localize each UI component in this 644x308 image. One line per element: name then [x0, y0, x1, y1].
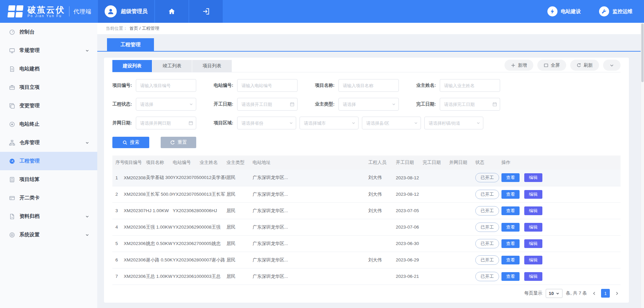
- doc-icon: [9, 66, 15, 72]
- date-field[interactable]: [237, 98, 298, 111]
- vertical-scrollbar[interactable]: [641, 23, 644, 308]
- text-field[interactable]: [136, 79, 196, 92]
- station-no: YX2023061000003: [173, 274, 212, 279]
- cell-station-owner: YX2023062800006HJ: [173, 202, 226, 219]
- table-row[interactable]: 6 XM2023062800... 谢小路 0.50KW YX202306280…: [112, 252, 621, 268]
- per-page-label: 每页显示: [524, 290, 542, 296]
- region-select[interactable]: [237, 117, 296, 129]
- topnav-bolt[interactable]: 电站建设: [547, 6, 581, 16]
- sidebar-item-doc[interactable]: 电站建档: [0, 60, 97, 78]
- edit-button[interactable]: 编辑: [524, 206, 542, 215]
- reset-button[interactable]: 重置: [161, 137, 196, 148]
- edit-button[interactable]: 编辑: [524, 239, 542, 248]
- sidebar-item-briefcase[interactable]: 项目立项: [0, 78, 97, 97]
- cell-owner-type: 居民: [226, 235, 253, 252]
- column-header: 完工日期: [423, 156, 449, 170]
- edit-button[interactable]: 编辑: [524, 223, 542, 232]
- sidebar-item-warehouse[interactable]: 仓库管理: [0, 133, 97, 152]
- user-menu[interactable]: 超级管理员: [98, 0, 154, 23]
- avatar: [105, 5, 117, 17]
- view-button[interactable]: 查看: [501, 190, 520, 199]
- edit-button[interactable]: 编辑: [524, 256, 542, 264]
- sidebar-item-console[interactable]: 控制台: [0, 23, 97, 41]
- page-number[interactable]: 1: [601, 289, 610, 298]
- edit-button[interactable]: 编辑: [524, 272, 542, 281]
- table-row[interactable]: 1 XM2023081200... 美学基础 300.00... YX20230…: [112, 170, 621, 186]
- cell-finish-date: [423, 252, 449, 268]
- date-field[interactable]: [136, 117, 196, 129]
- text-field[interactable]: [237, 79, 298, 92]
- cell-index: 6: [112, 252, 124, 268]
- table-row[interactable]: 4 XM2023062900... 王强 1.00KW YX2023062900…: [112, 219, 621, 235]
- table-row[interactable]: 7 XM2023062100... 王总 1.00KW YX2023061000…: [112, 268, 621, 285]
- column-header: 序号: [112, 156, 124, 170]
- sidebar-item-settings[interactable]: 系统设置: [0, 226, 97, 244]
- cell-address: 广东深圳龙华区...: [253, 268, 368, 285]
- filter-label: 项目名称:: [315, 82, 338, 88]
- chevron-down-icon: [85, 233, 89, 237]
- table-row[interactable]: 5 XM2023063000... 姚忠 0.50KW YX2023062700…: [112, 235, 621, 252]
- select-field[interactable]: [338, 98, 399, 111]
- logout-button[interactable]: [189, 0, 223, 23]
- user-icon: [107, 8, 114, 15]
- tab-0[interactable]: 建设列表: [112, 60, 152, 72]
- brand-logo-icon: [7, 5, 24, 17]
- sidebar-item-stop[interactable]: 电站终止: [0, 115, 97, 133]
- edit-button[interactable]: 编辑: [524, 190, 542, 199]
- region-select[interactable]: [424, 117, 483, 129]
- view-button[interactable]: 查看: [501, 239, 520, 248]
- sidebar-item-card[interactable]: 开二类卡: [0, 189, 97, 207]
- cell-start-date: 2023-07-05: [396, 202, 423, 219]
- column-header: 并网日期: [449, 156, 475, 170]
- add-button[interactable]: 新增: [504, 60, 533, 71]
- date-field[interactable]: [440, 98, 500, 111]
- owner-name: 王总: [212, 274, 221, 279]
- view-button[interactable]: 查看: [501, 206, 520, 215]
- scrollbar-thumb[interactable]: [641, 23, 644, 82]
- fullscreen-button[interactable]: 全屏: [537, 60, 566, 71]
- sidebar-item-copy[interactable]: 变更管理: [0, 97, 97, 115]
- table-row[interactable]: 3 XM2023070500... HJ 1.00KW YX2023062800…: [112, 202, 621, 219]
- column-header: 电站编号: [173, 156, 200, 170]
- sidebar-item-archive[interactable]: 资料归档: [0, 207, 97, 226]
- search-icon: [122, 140, 127, 145]
- filter-label: 开工日期:: [214, 101, 237, 107]
- sidebar-item-engineering[interactable]: 工程管理: [0, 152, 97, 170]
- tab-1[interactable]: 竣工列表: [152, 60, 192, 72]
- list-tabs: 建设列表竣工列表项目列表: [112, 60, 232, 72]
- cell-project-name: 王强 1.00KW: [146, 219, 173, 235]
- region-select[interactable]: [300, 117, 359, 129]
- search-button[interactable]: 搜索: [112, 137, 149, 148]
- breadcrumb: 当前位置： 首页 / 工程管理: [97, 23, 644, 34]
- home-button[interactable]: [155, 0, 189, 23]
- text-field[interactable]: [338, 79, 399, 92]
- cell-owner-type: 居民: [226, 202, 253, 219]
- view-button[interactable]: 查看: [501, 256, 520, 264]
- column-header: 业主姓名: [200, 156, 226, 170]
- sidebar-item-calculator[interactable]: 项目结算: [0, 170, 97, 189]
- briefcase-icon: [9, 84, 15, 90]
- sidebar-item-monitor[interactable]: 常规管理: [0, 41, 97, 60]
- view-button[interactable]: 查看: [501, 223, 520, 232]
- cell-grid-date: [449, 202, 475, 219]
- view-button[interactable]: 查看: [501, 272, 520, 281]
- select-field[interactable]: [136, 98, 196, 111]
- per-page-select[interactable]: 10: [546, 289, 562, 298]
- breadcrumb-path[interactable]: 首页 / 工程管理: [129, 25, 159, 32]
- station-no: YX2023062700005: [173, 241, 212, 246]
- owner-name: 谢小路: [212, 257, 225, 262]
- filter-label: 电站编号:: [214, 82, 237, 88]
- prev-page-button[interactable]: [590, 289, 598, 298]
- cell-status: 已开工: [475, 252, 501, 268]
- topnav-wrench[interactable]: 监控运维: [599, 6, 633, 16]
- page-tab-engineering[interactable]: 工程管理: [107, 38, 154, 51]
- collapse-button[interactable]: [603, 60, 621, 71]
- tab-2[interactable]: 项目列表: [192, 60, 232, 72]
- table-row[interactable]: 2 XM2023081200... 王长军 500.00KW YX2023070…: [112, 186, 621, 202]
- region-select[interactable]: [362, 117, 421, 129]
- view-button[interactable]: 查看: [501, 173, 520, 182]
- edit-button[interactable]: 编辑: [524, 173, 542, 182]
- text-field[interactable]: [440, 79, 500, 92]
- refresh-button[interactable]: 刷新: [570, 60, 599, 71]
- next-page-button[interactable]: [613, 289, 621, 298]
